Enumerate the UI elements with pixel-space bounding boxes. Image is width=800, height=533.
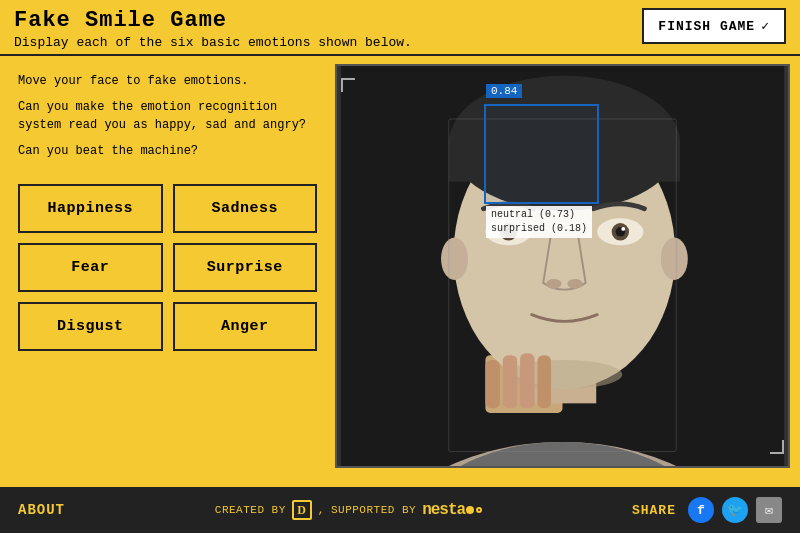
- svg-point-8: [441, 238, 468, 280]
- detection-emotions: neutral (0.73) surprised (0.18): [486, 206, 592, 238]
- detection-score: 0.84: [486, 84, 522, 98]
- finish-label: FINISH GAME: [658, 19, 755, 34]
- emotion-button-disgust[interactable]: Disgust: [18, 302, 163, 351]
- instruction-line2: Can you make the emotion recognition sys…: [18, 98, 317, 134]
- svg-point-9: [661, 238, 688, 280]
- facebook-share-button[interactable]: f: [688, 497, 714, 523]
- email-icon: ✉: [765, 502, 773, 518]
- finish-check-icon: ✓: [761, 18, 770, 34]
- nesta-tail-icon: [476, 507, 482, 513]
- app-title: Fake Smile Game: [14, 8, 412, 33]
- header: Fake Smile Game Display each of the six …: [0, 0, 800, 56]
- finish-game-button[interactable]: FINISH GAME ✓: [642, 8, 786, 44]
- supported-by-label: SUPPORTED BY: [331, 504, 416, 516]
- svg-point-19: [567, 279, 582, 289]
- nesta-logo: nesta: [422, 501, 482, 519]
- svg-rect-22: [485, 360, 499, 408]
- emotion-button-sadness[interactable]: Sadness: [173, 184, 318, 233]
- emotion-button-surprise[interactable]: Surprise: [173, 243, 318, 292]
- svg-point-18: [546, 279, 561, 289]
- facebook-icon: f: [697, 503, 705, 518]
- emotion-button-fear[interactable]: Fear: [18, 243, 163, 292]
- camera-corner-br: [770, 440, 784, 454]
- detection-emotion2: surprised (0.18): [491, 222, 587, 236]
- emotion-button-anger[interactable]: Anger: [173, 302, 318, 351]
- app-subtitle: Display each of the six basic emotions s…: [14, 35, 412, 50]
- main-content: Move your face to fake emotions. Can you…: [0, 56, 800, 476]
- instruction-line1: Move your face to fake emotions.: [18, 72, 317, 90]
- camera-panel: 0.84 neutral (0.73) surprised (0.18): [335, 56, 800, 476]
- left-panel: Move your face to fake emotions. Can you…: [0, 56, 335, 476]
- nesta-dot-icon: [466, 506, 474, 514]
- header-left: Fake Smile Game Display each of the six …: [14, 8, 412, 50]
- about-link[interactable]: ABOUT: [18, 502, 65, 518]
- footer-center: CREATED BY D , SUPPORTED BY nesta: [215, 500, 482, 520]
- svg-rect-23: [503, 355, 517, 408]
- detection-bounding-box: 0.84 neutral (0.73) surprised (0.18): [484, 104, 599, 204]
- camera-feed: 0.84 neutral (0.73) surprised (0.18): [335, 64, 790, 468]
- detection-emotion1: neutral (0.73): [491, 208, 587, 222]
- emotion-grid: Happiness Sadness Fear Surprise Disgust …: [18, 184, 317, 351]
- d-logo-icon: D: [292, 500, 312, 520]
- email-share-button[interactable]: ✉: [756, 497, 782, 523]
- twitter-share-button[interactable]: 🐦: [722, 497, 748, 523]
- svg-rect-24: [520, 353, 534, 408]
- created-by-label: CREATED BY: [215, 504, 286, 516]
- instructions-text: Move your face to fake emotions. Can you…: [18, 72, 317, 168]
- svg-point-17: [621, 227, 625, 231]
- twitter-icon: 🐦: [727, 502, 743, 518]
- emotion-button-happiness[interactable]: Happiness: [18, 184, 163, 233]
- comma: ,: [318, 504, 325, 516]
- svg-rect-25: [537, 355, 550, 408]
- share-label: SHARE: [632, 503, 676, 518]
- footer: ABOUT CREATED BY D , SUPPORTED BY nesta …: [0, 487, 800, 533]
- camera-corner-tl: [341, 78, 355, 92]
- footer-right: SHARE f 🐦 ✉: [632, 497, 782, 523]
- instruction-line3: Can you beat the machine?: [18, 142, 317, 160]
